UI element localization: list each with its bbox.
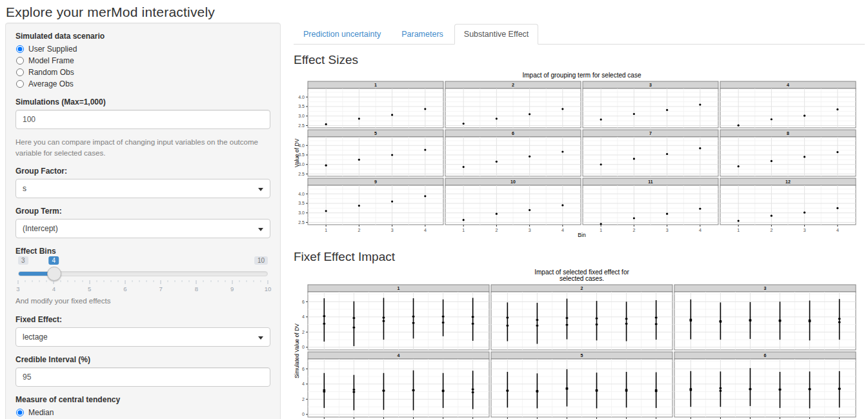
radio-model-frame[interactable]: Model Frame <box>16 56 270 66</box>
svg-text:1: 1 <box>398 286 400 291</box>
svg-text:Impact of grouping term for se: Impact of grouping term for selected cas… <box>523 72 641 79</box>
svg-text:selected cases.: selected cases. <box>560 275 604 282</box>
group-term-label: Group Term: <box>15 207 270 216</box>
svg-text:1: 1 <box>325 228 327 232</box>
svg-text:4: 4 <box>424 228 427 232</box>
svg-text:3: 3 <box>803 228 806 232</box>
svg-text:5: 5 <box>374 131 377 136</box>
radio-average-obs[interactable]: Average Obs <box>16 79 270 89</box>
page-title: Explore your merMod interactively <box>0 0 868 23</box>
fixed-effect-label: Fixed Effect: <box>15 315 270 324</box>
radio-label: Average Obs <box>28 79 74 88</box>
svg-text:1: 1 <box>737 228 740 232</box>
svg-text:1: 1 <box>600 228 602 232</box>
radio-model-frame-input[interactable] <box>16 57 24 65</box>
svg-text:3: 3 <box>764 286 767 291</box>
slider-handle[interactable] <box>47 267 61 281</box>
credible-interval-input[interactable] <box>15 367 270 387</box>
svg-text:11: 11 <box>648 179 653 184</box>
tab-parameters[interactable]: Parameters <box>392 24 453 45</box>
svg-text:1: 1 <box>462 228 465 232</box>
svg-text:3.0: 3.0 <box>298 114 305 118</box>
svg-text:4: 4 <box>836 228 839 232</box>
svg-text:2: 2 <box>581 286 583 291</box>
group-term-value: (Intercept) <box>23 224 58 233</box>
tab-substantive-effect[interactable]: Substantive Effect <box>454 24 539 45</box>
section-effect-sizes: Effect Sizes <box>294 53 865 67</box>
svg-text:2: 2 <box>302 397 305 402</box>
svg-text:6: 6 <box>302 300 305 304</box>
svg-text:10: 10 <box>510 179 516 184</box>
chevron-down-icon <box>258 336 263 340</box>
svg-text:5: 5 <box>581 353 583 358</box>
svg-text:0: 0 <box>302 412 305 416</box>
svg-text:9: 9 <box>374 179 377 184</box>
svg-text:3: 3 <box>649 83 652 87</box>
svg-text:2: 2 <box>358 228 360 232</box>
svg-text:4: 4 <box>561 228 564 232</box>
svg-text:3.5: 3.5 <box>298 201 305 205</box>
fixed-effect-value: lectage <box>23 332 48 342</box>
simulations-input[interactable] <box>15 110 270 129</box>
help-text: Here you can compare impact of changing … <box>15 137 270 158</box>
svg-text:6: 6 <box>302 367 305 371</box>
svg-text:2: 2 <box>302 330 305 334</box>
svg-text:7: 7 <box>649 131 652 136</box>
radio-user-supplied[interactable]: User Supplied <box>16 44 270 54</box>
svg-text:4: 4 <box>302 382 305 386</box>
svg-text:4: 4 <box>787 83 789 87</box>
tab-prediction-uncertainty[interactable]: Prediction uncertainty <box>294 24 390 45</box>
svg-text:6: 6 <box>512 131 514 136</box>
group-factor-label: Group Factor: <box>15 167 270 176</box>
radio-average-obs-input[interactable] <box>16 80 24 88</box>
group-factor-value: s <box>23 184 26 193</box>
slider-value-badge: 4 <box>49 256 59 265</box>
radio-label: Random Obs <box>28 68 74 77</box>
grouping-term-plot: Impact of grouping term for selected cas… <box>294 72 865 239</box>
radio-label: Model Frame <box>28 56 74 65</box>
central-tendency-label: Measure of central tendency <box>15 395 270 404</box>
main-content: Prediction uncertainty Parameters Substa… <box>294 23 865 419</box>
radio-median-input[interactable] <box>16 409 24 416</box>
svg-text:0: 0 <box>302 345 305 349</box>
radio-random-obs-input[interactable] <box>16 68 24 76</box>
svg-text:3: 3 <box>529 228 531 232</box>
radio-user-supplied-input[interactable] <box>16 45 24 53</box>
group-factor-select[interactable]: s <box>15 179 270 198</box>
slider-min-badge: 3 <box>18 256 28 265</box>
svg-text:12: 12 <box>785 179 791 184</box>
svg-text:8: 8 <box>787 131 789 136</box>
svg-text:2: 2 <box>632 228 635 232</box>
svg-text:2: 2 <box>495 228 498 232</box>
chevron-down-icon <box>258 188 263 191</box>
svg-text:2: 2 <box>512 83 514 87</box>
effect-bins-label: Effect Bins <box>15 247 270 256</box>
svg-text:1: 1 <box>374 83 377 87</box>
svg-text:2.5: 2.5 <box>298 123 305 128</box>
radio-median[interactable]: Median <box>16 407 270 418</box>
group-term-select[interactable]: (Intercept) <box>15 219 270 238</box>
svg-text:3.5: 3.5 <box>298 104 305 108</box>
fixed-note: And modify your fixed effects <box>15 296 270 307</box>
svg-text:4.0: 4.0 <box>298 192 305 196</box>
svg-text:4: 4 <box>699 228 701 232</box>
radio-random-obs[interactable]: Random Obs <box>16 67 270 77</box>
svg-text:2: 2 <box>770 228 772 232</box>
credible-interval-label: Credible Interval (%) <box>15 355 270 364</box>
slider-track[interactable] <box>18 271 268 276</box>
svg-text:2.5: 2.5 <box>298 172 305 176</box>
section-fixef-impact: Fixef Effect Impact <box>294 250 865 264</box>
svg-text:3.0: 3.0 <box>298 210 305 215</box>
svg-text:Bin: Bin <box>578 232 586 238</box>
svg-text:Value of DV: Value of DV <box>294 138 300 167</box>
tab-bar: Prediction uncertainty Parameters Substa… <box>294 24 865 45</box>
effect-bins-slider: 3 4 10 345678910 <box>15 257 270 293</box>
chevron-down-icon <box>258 228 263 231</box>
fixed-effect-select[interactable]: lectage <box>15 327 270 347</box>
scenario-label: Simulated data scenario <box>15 32 270 41</box>
sidebar: Simulated data scenario User Supplied Mo… <box>5 23 281 419</box>
slider-grid: 345678910 <box>18 280 268 294</box>
svg-text:4: 4 <box>398 353 400 358</box>
svg-text:4.0: 4.0 <box>298 95 305 99</box>
svg-text:4: 4 <box>302 314 305 319</box>
